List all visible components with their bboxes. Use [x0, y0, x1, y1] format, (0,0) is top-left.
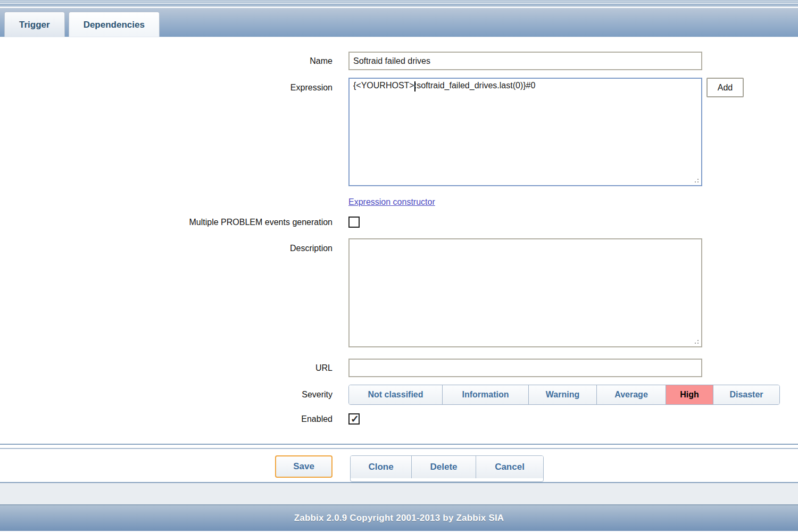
- url-label: URL: [0, 363, 332, 373]
- name-label: Name: [0, 56, 332, 66]
- footer-spacer-band: [0, 482, 798, 504]
- section-divider: [0, 444, 798, 449]
- severity-high-button[interactable]: High: [666, 385, 713, 404]
- severity-warning-button[interactable]: Warning: [528, 385, 596, 404]
- resize-grip-icon[interactable]: [693, 338, 699, 344]
- severity-label: Severity: [0, 390, 332, 400]
- severity-average-button[interactable]: Average: [596, 385, 666, 404]
- tab-bar: Trigger Dependencies: [0, 8, 798, 37]
- expression-label: Expression: [0, 78, 332, 93]
- description-textarea[interactable]: [348, 238, 702, 347]
- add-button[interactable]: Add: [706, 78, 744, 97]
- expression-constructor-link[interactable]: Expression constructor: [348, 197, 435, 206]
- cancel-button[interactable]: Cancel: [476, 456, 543, 478]
- tab-dependencies[interactable]: Dependencies: [69, 12, 160, 37]
- resize-grip-icon[interactable]: [693, 177, 699, 182]
- trigger-config-page: Trigger Dependencies Name Expression {<Y…: [0, 0, 798, 532]
- severity-information-button[interactable]: Information: [442, 385, 528, 404]
- expression-textarea[interactable]: {<YOURHOST>:softraid_failed_drives.last(…: [348, 78, 702, 186]
- trigger-form: Name Expression {<YOURHOST>:softraid_fai…: [0, 37, 798, 425]
- enabled-checkbox[interactable]: [348, 413, 360, 425]
- description-label: Description: [0, 238, 332, 253]
- footer: Zabbix 2.0.9 Copyright 2001-2013 by Zabb…: [0, 504, 798, 531]
- url-input[interactable]: [348, 359, 702, 377]
- severity-disaster-button[interactable]: Disaster: [713, 385, 779, 404]
- name-input[interactable]: [348, 52, 702, 70]
- clone-button[interactable]: Clone: [351, 456, 411, 478]
- severity-not-classified-button[interactable]: Not classified: [349, 385, 442, 404]
- action-button-bar: Save Clone Delete Cancel: [0, 449, 798, 482]
- top-striped-header: [0, 0, 798, 8]
- severity-control: Not classified Information Warning Avera…: [348, 385, 780, 405]
- save-button[interactable]: Save: [275, 455, 332, 478]
- secondary-button-group: Clone Delete Cancel: [350, 455, 544, 482]
- multiple-problem-checkbox[interactable]: [348, 217, 360, 228]
- delete-button[interactable]: Delete: [411, 456, 476, 478]
- text-caret: [414, 81, 415, 92]
- footer-copyright-text: Zabbix 2.0.9 Copyright 2001-2013 by Zabb…: [294, 513, 504, 523]
- tab-trigger[interactable]: Trigger: [4, 12, 65, 37]
- enabled-label: Enabled: [0, 414, 332, 424]
- multiple-problem-label: Multiple PROBLEM events generation: [0, 218, 332, 227]
